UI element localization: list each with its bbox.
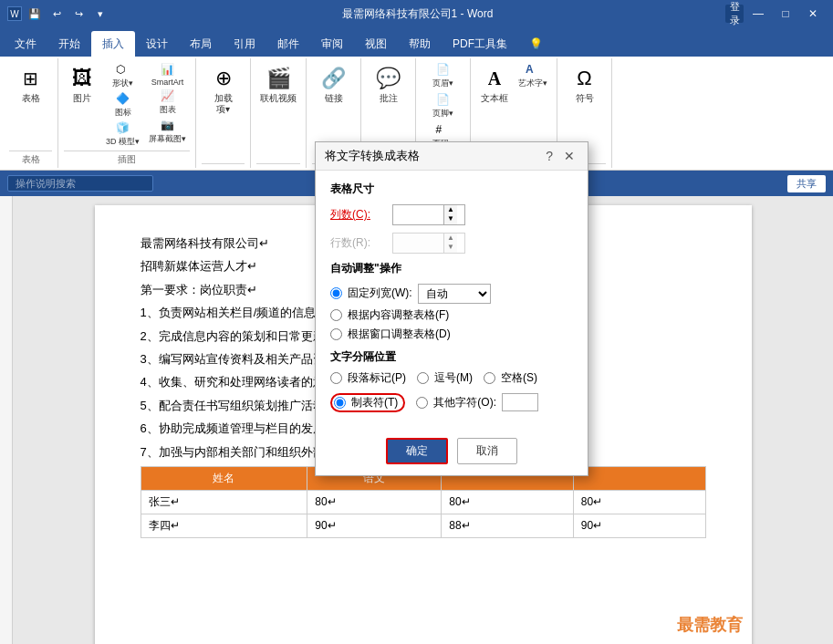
- fixed-col-width-option[interactable]: 固定列宽(W): 自动: [330, 284, 573, 304]
- online-video-icon: 🎬: [264, 64, 293, 93]
- tab-tips[interactable]: 💡: [518, 31, 554, 57]
- screenshot-button[interactable]: 📷 屏幕截图▾: [145, 118, 190, 146]
- other-radio[interactable]: [416, 397, 428, 409]
- 3d-icon: 🧊: [116, 121, 130, 134]
- chart-button[interactable]: 📈 图表: [145, 88, 190, 117]
- minimize-button[interactable]: —: [745, 0, 771, 27]
- fixed-col-radio[interactable]: [330, 287, 342, 299]
- tab-layout[interactable]: 布局: [179, 31, 223, 57]
- adjust-content-radio[interactable]: [330, 309, 342, 321]
- tab-references[interactable]: 引用: [223, 31, 266, 57]
- tab-radio[interactable]: [334, 397, 346, 409]
- dialog-convert-table: 将文字转换成表格 ? ✕ 表格尺寸 列数(C): 1 ▲ ▼ 行数(R):: [315, 141, 588, 476]
- link-button[interactable]: 🔗 链接: [316, 62, 352, 106]
- dialog-footer: 确定 取消: [316, 431, 588, 475]
- fixed-col-select[interactable]: 自动: [418, 284, 491, 304]
- tab-insert[interactable]: 插入: [91, 31, 135, 57]
- redo-button[interactable]: ↪: [69, 5, 88, 23]
- auto-adjust-section: 自动调整"操作: [330, 261, 573, 276]
- group-media: 🎬 联机视频: [251, 58, 307, 168]
- document-table: 姓名 语文 张三↵ 80↵ 80↵ 80↵ 李四↵ 90: [141, 466, 706, 538]
- rows-spinbox: 7 ▲ ▼: [392, 233, 465, 254]
- rows-input[interactable]: 7: [393, 234, 443, 251]
- close-button[interactable]: ✕: [800, 0, 826, 27]
- auto-adjust-group: 固定列宽(W): 自动 根据内容调整表格(F) 根据窗口调整表格(D): [330, 284, 573, 342]
- adjust-by-window-option[interactable]: 根据窗口调整表格(D): [330, 327, 573, 342]
- cancel-button[interactable]: 取消: [457, 438, 517, 464]
- table-cell-score-2b: 88↵: [442, 514, 574, 537]
- tab-design[interactable]: 设计: [135, 31, 179, 57]
- table-cell-score-2c: 90↵: [573, 514, 705, 537]
- symbol-icon: Ω: [570, 64, 599, 93]
- smartart-button[interactable]: 📊 SmartArt: [145, 62, 190, 88]
- header-button[interactable]: 📄 页眉▾: [429, 62, 457, 90]
- comment-button[interactable]: 💬 批注: [370, 62, 407, 106]
- table-row: 张三↵ 80↵ 80↵ 80↵: [141, 490, 705, 514]
- addins-button[interactable]: ⊕ 加载项▾: [205, 62, 242, 117]
- cols-spinbox: 1 ▲ ▼: [392, 204, 465, 225]
- title-bar: W 💾 ↩ ↪ ▾ 最需网络科技有限公司1 - Word 登录 — □ ✕: [0, 0, 833, 27]
- table-button[interactable]: ⊞ 表格: [13, 62, 49, 106]
- search-input[interactable]: [7, 175, 153, 192]
- adjust-window-radio[interactable]: [330, 328, 342, 340]
- paragraph-radio[interactable]: [330, 372, 342, 384]
- table-icon: ⊞: [16, 64, 46, 93]
- other-option[interactable]: 其他字符(O): -: [416, 393, 538, 412]
- wordart-button[interactable]: A 艺术字▾: [515, 62, 551, 90]
- smartart-icon: 📊: [161, 63, 175, 76]
- footer-button[interactable]: 📄 页脚▾: [429, 92, 457, 120]
- dialog-help-button[interactable]: ?: [542, 149, 557, 163]
- rows-label: 行数(R):: [330, 235, 385, 251]
- space-radio[interactable]: [484, 372, 495, 384]
- ruler-left: [0, 196, 13, 644]
- more-button[interactable]: ▾: [91, 5, 109, 23]
- table-cell-name-1: 张三↵: [141, 490, 307, 514]
- tab-mail[interactable]: 邮件: [266, 31, 310, 57]
- icons-button[interactable]: 🔷 图标: [102, 91, 143, 119]
- 3d-button[interactable]: 🧊 3D 模型▾: [102, 120, 143, 149]
- cols-field: 列数(C): 1 ▲ ▼: [330, 204, 573, 225]
- table-header-name: 姓名: [141, 466, 307, 490]
- textbox-icon: A: [480, 64, 509, 93]
- confirm-button[interactable]: 确定: [386, 438, 448, 464]
- other-input[interactable]: -: [502, 393, 538, 411]
- dialog-title-text: 将文字转换成表格: [325, 148, 420, 164]
- header-icon: 📄: [436, 63, 451, 76]
- picture-button[interactable]: 🖼 图片: [64, 62, 100, 106]
- cols-input[interactable]: 1: [393, 206, 443, 223]
- cols-decrement[interactable]: ▼: [444, 214, 457, 223]
- tab-pdf[interactable]: PDF工具集: [442, 31, 518, 57]
- table-cell-name-2: 李四↵: [141, 514, 307, 537]
- picture-icon: 🖼: [68, 64, 97, 93]
- separator-section: 文字分隔位置: [330, 349, 573, 365]
- space-option[interactable]: 空格(S): [484, 370, 537, 386]
- tab-review[interactable]: 审阅: [310, 31, 354, 57]
- rows-increment: ▲: [444, 234, 457, 243]
- symbol-button[interactable]: Ω 符号: [567, 62, 603, 106]
- login-button[interactable]: 登录: [725, 5, 744, 23]
- comma-option[interactable]: 逗号(M): [417, 370, 473, 386]
- group-table: ⊞ 表格 表格: [4, 58, 58, 168]
- undo-button[interactable]: ↩: [47, 5, 66, 23]
- tab-help[interactable]: 帮助: [398, 31, 442, 57]
- online-video-button[interactable]: 🎬 联机视频: [256, 62, 300, 106]
- dialog-close-button[interactable]: ✕: [560, 149, 578, 163]
- tab-option[interactable]: 制表符(T): [330, 393, 405, 412]
- maximize-button[interactable]: □: [773, 0, 798, 27]
- cols-increment[interactable]: ▲: [444, 205, 457, 214]
- paragraph-mark-option[interactable]: 段落标记(P): [330, 370, 406, 386]
- share-button[interactable]: 共享: [787, 175, 826, 192]
- shapes-button[interactable]: ⬡ 形状▾: [102, 62, 143, 90]
- textbox-button[interactable]: A 文本框: [476, 62, 513, 106]
- ribbon-tab-bar: 文件 开始 插入 设计 布局 引用 邮件 审阅 视图 帮助 PDF工具集 💡: [0, 27, 833, 57]
- addins-icon: ⊕: [209, 64, 238, 93]
- adjust-by-content-option[interactable]: 根据内容调整表格(F): [330, 307, 573, 323]
- tab-home[interactable]: 开始: [47, 31, 91, 57]
- save-button[interactable]: 💾: [26, 5, 44, 23]
- comma-radio[interactable]: [417, 372, 429, 384]
- table-row: 李四↵ 90↵ 88↵ 90↵: [141, 514, 705, 537]
- tab-view[interactable]: 视图: [354, 31, 398, 57]
- tab-file[interactable]: 文件: [4, 31, 47, 57]
- rows-decrement: ▼: [444, 243, 457, 252]
- document-title: 最需网络科技有限公司1 - Word: [109, 6, 725, 22]
